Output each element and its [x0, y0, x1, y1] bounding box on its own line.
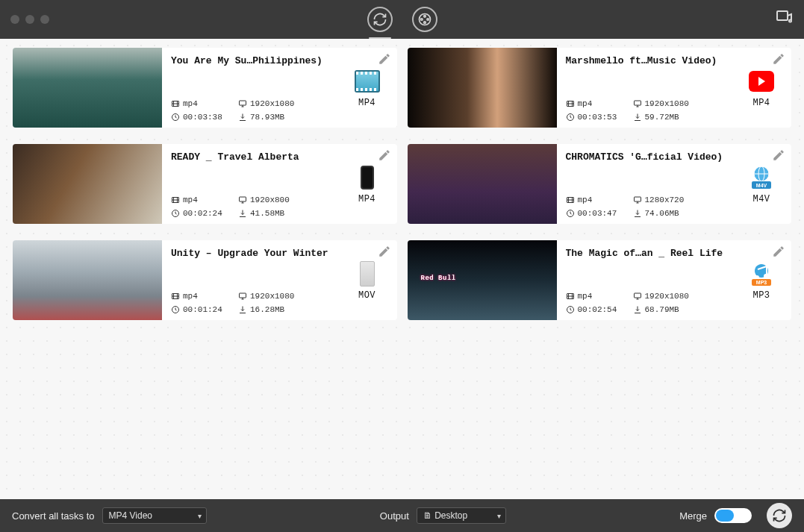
meta-resolution: 1920x800	[238, 195, 333, 204]
target-label: MOV	[358, 290, 375, 301]
task-card[interactable]: You Are My Su…Philippines)mp41920x108000…	[13, 48, 397, 128]
svg-rect-8	[240, 101, 246, 105]
svg-rect-14	[240, 197, 246, 201]
video-thumbnail[interactable]	[13, 48, 162, 128]
edit-button[interactable]	[378, 245, 391, 262]
tab-convert[interactable]	[367, 7, 393, 32]
svg-rect-24	[240, 293, 246, 298]
meta-format: mp4	[171, 99, 238, 108]
video-thumbnail[interactable]	[408, 144, 557, 224]
video-meta: mp41920x108000:03:3878.93MB	[171, 99, 333, 122]
playlist-button[interactable]	[776, 9, 794, 31]
convert-all-label: Convert all tasks to	[12, 510, 95, 522]
video-meta: mp41920x108000:01:2416.28MB	[171, 292, 333, 314]
meta-resolution: 1920x1080	[633, 99, 728, 108]
meta-resolution: 1920x1080	[238, 99, 333, 108]
meta-size: 16.28MB	[238, 305, 333, 314]
svg-text:MP3: MP3	[756, 280, 767, 285]
output-value: 🗎 Desktop	[423, 510, 467, 521]
edit-button[interactable]	[378, 148, 391, 166]
video-meta: mp41280x72000:03:4774.06MB	[566, 195, 728, 218]
target-label: MP4	[358, 194, 375, 204]
film-reel-icon	[417, 12, 432, 27]
svg-rect-11	[634, 101, 641, 105]
mp3-icon: MP3	[749, 261, 774, 287]
meta-resolution: 1920x1080	[633, 292, 728, 301]
start-convert-button[interactable]	[767, 503, 792, 528]
meta-duration: 00:03:38	[171, 113, 238, 122]
card-body: Marshmello ft…Music Video)mp41920x108000…	[557, 48, 737, 128]
meta-format: mp4	[171, 195, 238, 204]
convert-all-select[interactable]: MP4 Video	[102, 507, 207, 524]
merge-label: Merge	[679, 510, 707, 522]
edit-button[interactable]	[378, 52, 391, 69]
refresh-icon	[772, 508, 787, 523]
video-thumbnail[interactable]	[408, 240, 557, 320]
video-thumbnail[interactable]	[13, 144, 162, 224]
task-card[interactable]: CHROMATICS 'G…ficial Video)mp41280x72000…	[408, 144, 792, 224]
svg-rect-5	[777, 11, 788, 20]
zoom-window-icon[interactable]	[40, 15, 49, 24]
output-select[interactable]: 🗎 Desktop	[417, 507, 506, 524]
video-title: CHROMATICS 'G…ficial Video)	[566, 151, 728, 163]
mp4-clip-icon	[355, 70, 380, 93]
console-icon	[360, 261, 375, 287]
meta-size: 41.58MB	[238, 209, 333, 218]
refresh-icon	[373, 12, 387, 27]
svg-rect-17	[634, 197, 641, 201]
svg-point-6	[789, 19, 791, 22]
svg-rect-27	[634, 293, 641, 298]
edit-button[interactable]	[772, 148, 785, 166]
video-music-icon	[776, 9, 794, 27]
titlebar	[0, 0, 804, 39]
card-body: CHROMATICS 'G…ficial Video)mp41280x72000…	[557, 144, 737, 224]
edit-button[interactable]	[772, 52, 785, 69]
svg-text:M4V: M4V	[756, 183, 767, 188]
task-card[interactable]: Marshmello ft…Music Video)mp41920x108000…	[408, 48, 792, 128]
video-meta: mp41920x108000:03:5359.72MB	[566, 99, 728, 122]
task-grid: You Are My Su…Philippines)mp41920x108000…	[0, 39, 804, 499]
tab-media[interactable]	[412, 7, 437, 32]
meta-size: 59.72MB	[633, 113, 728, 122]
window-controls[interactable]	[10, 15, 49, 24]
card-body: READY _ Travel Albertamp41920x80000:02:2…	[162, 144, 342, 224]
close-window-icon[interactable]	[10, 15, 19, 24]
video-thumbnail[interactable]	[408, 48, 557, 128]
task-card[interactable]: READY _ Travel Albertamp41920x80000:02:2…	[13, 144, 397, 224]
minimize-window-icon[interactable]	[25, 15, 34, 24]
svg-point-2	[426, 19, 429, 21]
merge-toggle[interactable]	[714, 508, 752, 523]
meta-size: 78.93MB	[238, 113, 333, 122]
video-title: Unity – Upgrade Your Winter	[171, 248, 333, 259]
meta-duration: 00:02:54	[566, 305, 633, 314]
meta-duration: 00:02:24	[171, 209, 238, 218]
m4v-icon: M4V	[749, 165, 774, 190]
meta-resolution: 1280x720	[633, 195, 728, 204]
meta-format: mp4	[171, 292, 238, 301]
target-label: M4V	[752, 194, 770, 204]
meta-duration: 00:01:24	[171, 305, 238, 314]
target-label: MP4	[752, 98, 770, 108]
meta-size: 68.79MB	[633, 305, 728, 314]
svg-point-30	[764, 274, 768, 278]
video-title: You Are My Su…Philippines)	[171, 55, 333, 66]
video-title: Marshmello ft…Music Video)	[566, 55, 728, 66]
footer-bar: Convert all tasks to MP4 Video Output 🗎 …	[0, 499, 804, 532]
task-card[interactable]: The Magic of…an _ Reel Lifemp41920x10800…	[408, 240, 792, 320]
card-body: You Are My Su…Philippines)mp41920x108000…	[162, 48, 342, 128]
meta-format: mp4	[566, 195, 633, 204]
meta-size: 74.06MB	[633, 209, 728, 218]
video-title: The Magic of…an _ Reel Life	[566, 248, 728, 259]
edit-button[interactable]	[772, 245, 785, 262]
task-card[interactable]: Unity – Upgrade Your Wintermp41920x10800…	[13, 240, 397, 320]
video-thumbnail[interactable]	[13, 240, 162, 320]
svg-point-3	[423, 22, 426, 24]
svg-point-4	[420, 19, 423, 21]
target-label: MP3	[752, 290, 770, 301]
convert-all-value: MP4 Video	[109, 510, 152, 521]
meta-format: mp4	[566, 292, 633, 301]
video-title: READY _ Travel Alberta	[171, 151, 333, 163]
phone-icon	[361, 166, 374, 190]
video-meta: mp41920x80000:02:2441.58MB	[171, 195, 333, 218]
youtube-icon	[749, 71, 774, 92]
